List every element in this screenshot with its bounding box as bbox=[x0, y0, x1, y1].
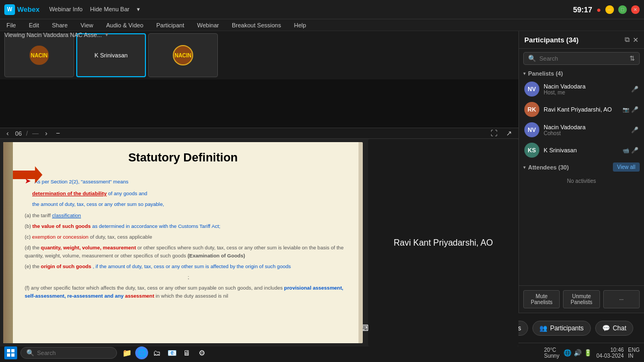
mute-panelists-button[interactable]: Mute Panelists bbox=[523, 290, 560, 308]
participant-icons-3: 🎤 bbox=[631, 127, 639, 134]
chat-toolbar-button[interactable]: 💬 Chat bbox=[595, 321, 633, 336]
slide-separator: / bbox=[26, 130, 28, 137]
breadcrumb-slide-bar: Viewing Nacin Vadodara NAC Asse... ▾ bbox=[4, 31, 108, 38]
menu-audio-video[interactable]: Audio & Video bbox=[104, 21, 146, 29]
webinar-info-link[interactable]: Webinar Info bbox=[46, 5, 86, 14]
mic-muted-icon-4: 🎤 bbox=[631, 147, 639, 154]
avatar-ravi: RK bbox=[524, 102, 539, 117]
content-area: Statutory Definition ➤ As per Section 2(… bbox=[0, 139, 518, 346]
participant-role-3: Cohost bbox=[544, 130, 627, 136]
search-input[interactable] bbox=[539, 55, 626, 62]
menu-file[interactable]: File bbox=[4, 21, 18, 29]
line5-b: the value of such goods bbox=[32, 223, 91, 229]
participant-icons-2: 📷 🎤 bbox=[623, 106, 639, 113]
panelist-item-2: RK Ravi Kant Priyadarshi, AO 📷 🎤 bbox=[519, 99, 644, 120]
taskbar-search[interactable]: 🔍 bbox=[20, 347, 117, 359]
menu-edit[interactable]: Edit bbox=[27, 21, 41, 29]
panel-popout-button[interactable]: ⧉ bbox=[625, 35, 630, 44]
unmute-panelists-button[interactable]: Unmute Panelists bbox=[563, 290, 599, 308]
line5-a: (b) bbox=[25, 223, 32, 229]
line2-text: determination of the dutiability bbox=[32, 190, 107, 196]
main-layout: Viewing Nacin Vadodara NAC Asse... ▾ NAC… bbox=[0, 31, 644, 313]
line10-c: assessment bbox=[125, 293, 154, 299]
search-box[interactable]: 🔍 ⇅ bbox=[523, 52, 640, 65]
top-bar-right: 59:17 ● ─ □ ✕ bbox=[573, 5, 640, 14]
speaker-name: Ravi Kant Priyadarshi, AO bbox=[394, 238, 493, 248]
menu-view[interactable]: View bbox=[78, 21, 96, 29]
mic-muted-icon-3: 🎤 bbox=[631, 127, 639, 134]
fit-screen-button[interactable]: ⛶ bbox=[488, 128, 500, 138]
minimize-button[interactable]: ─ bbox=[605, 5, 614, 14]
thumbnail-2-name: K Srinivasan bbox=[94, 52, 128, 58]
panel-close-button[interactable]: ✕ bbox=[633, 35, 639, 44]
recording-indicator: ● bbox=[597, 5, 601, 14]
hide-menu-arrow[interactable]: ▾ bbox=[134, 5, 143, 14]
close-button[interactable]: ✕ bbox=[631, 5, 640, 14]
windows-start-button[interactable] bbox=[4, 346, 17, 359]
search-icon: 🔍 bbox=[528, 55, 536, 62]
fullscreen-button[interactable]: ↗ bbox=[504, 128, 514, 138]
slide-wrapper: Statutory Definition ➤ As per Section 2(… bbox=[0, 139, 366, 346]
participants-panel: Participants (34) ⧉ ✕ 🔍 ⇅ ▾ Panelists (4… bbox=[518, 31, 644, 313]
participant-icons-4: 📹 🎤 bbox=[623, 147, 639, 154]
slide-number: 06 bbox=[15, 130, 21, 137]
thumbnail-2: K Srinivasan bbox=[76, 33, 146, 77]
panel-spacer bbox=[519, 188, 644, 285]
mic-muted-icon-1: 🎤 bbox=[631, 86, 639, 93]
prev-slide-button[interactable]: ‹ bbox=[4, 128, 11, 138]
participant-info-2: Ravi Kant Priyadarshi, AO bbox=[544, 106, 618, 113]
menu-share[interactable]: Share bbox=[50, 21, 70, 29]
video-icon-4: 📹 bbox=[623, 147, 629, 153]
slide: Statutory Definition ➤ As per Section 2(… bbox=[3, 142, 363, 343]
taskbar-app-2[interactable]: 📧 bbox=[165, 346, 178, 359]
taskbar-date: 04-03-2024 bbox=[596, 353, 624, 359]
taskbar-chrome-icon[interactable]: 🌐 bbox=[135, 346, 148, 359]
taskbar-app-4[interactable]: ⚙ bbox=[195, 346, 208, 359]
menu-participant[interactable]: Participant bbox=[154, 21, 186, 29]
menu-breakout[interactable]: Breakout Sessions bbox=[230, 21, 283, 29]
volume-icon[interactable]: 🔊 bbox=[574, 349, 582, 357]
left-panel: Viewing Nacin Vadodara NAC Asse... ▾ NAC… bbox=[0, 31, 518, 313]
more-options-button[interactable]: ··· bbox=[603, 290, 640, 308]
line2-cont: of any goods and bbox=[108, 190, 147, 196]
sort-icon[interactable]: ⇅ bbox=[630, 55, 635, 62]
taskbar-file-manager[interactable]: 📁 bbox=[120, 346, 133, 359]
top-bar-left: W Webex Webinar Info Hide Menu Bar ▾ bbox=[4, 4, 143, 15]
slide-body: ➤ As per Section 2(2), "assessment" mean… bbox=[3, 173, 363, 306]
line5-c: as determined in accordance with the Cus… bbox=[92, 223, 221, 229]
taskbar-right: 20°C Sunny 🌐 🔊 🔋 10:46 04-03-2024 ENG IN bbox=[544, 347, 640, 359]
participant-info-3: Nacin Vadodara Cohost bbox=[544, 124, 627, 136]
menu-webinar[interactable]: Webinar bbox=[195, 21, 221, 29]
taskbar-app-1[interactable]: 🗂 bbox=[150, 346, 163, 359]
breadcrumb-text: Viewing Nacin Vadodara NAC Asse... bbox=[4, 32, 102, 38]
participant-name-2: Ravi Kant Priyadarshi, AO bbox=[544, 106, 618, 113]
svg-text:NACIN: NACIN bbox=[174, 53, 192, 58]
chat-toolbar-label: Chat bbox=[613, 324, 626, 332]
participant-name-4: K Srinivasan bbox=[544, 147, 618, 153]
line6-a: (c) bbox=[25, 234, 32, 240]
slide-controls: ‹ 06 / — › − ⛶ ↗ bbox=[0, 128, 518, 139]
network-icon[interactable]: 🌐 bbox=[564, 349, 572, 357]
panelist-item-1: NV Nacin Vadodara Host, me 🎤 bbox=[519, 79, 644, 99]
participant-name-3: Nacin Vadodara bbox=[544, 124, 627, 130]
thumbnail-1: NACIN bbox=[4, 33, 74, 77]
line6-c: of duty, tax, cess applicable bbox=[90, 234, 152, 240]
taskbar-app-3[interactable]: 🖥 bbox=[180, 346, 193, 359]
line3-text: the amount of duty, tax, cess or any oth… bbox=[32, 201, 164, 207]
maximize-button[interactable]: □ bbox=[618, 5, 627, 14]
menu-help[interactable]: Help bbox=[292, 21, 309, 29]
next-slide-button[interactable]: › bbox=[43, 128, 49, 138]
battery-icon[interactable]: 🔋 bbox=[584, 349, 592, 357]
zoom-out-button[interactable]: − bbox=[54, 128, 62, 138]
slide-right-decoration bbox=[358, 142, 363, 343]
line10-a: (f) any other specific factor which affe… bbox=[25, 285, 284, 291]
thumbnail-3: NACIN bbox=[148, 33, 218, 77]
menu-bar: File Edit Share View Audio & Video Parti… bbox=[0, 19, 644, 31]
hide-menu-link[interactable]: Hide Menu Bar bbox=[87, 5, 133, 14]
participants-toolbar-button[interactable]: 👥 Participants bbox=[532, 321, 591, 336]
view-all-button[interactable]: View all bbox=[613, 162, 640, 172]
panelists-section-header[interactable]: ▾ Panelists (4) bbox=[519, 68, 644, 79]
taskbar-search-input[interactable] bbox=[37, 350, 101, 356]
panel-actions: ⧉ ✕ bbox=[625, 35, 639, 44]
breadcrumb-dropdown-icon[interactable]: ▾ bbox=[105, 31, 108, 38]
